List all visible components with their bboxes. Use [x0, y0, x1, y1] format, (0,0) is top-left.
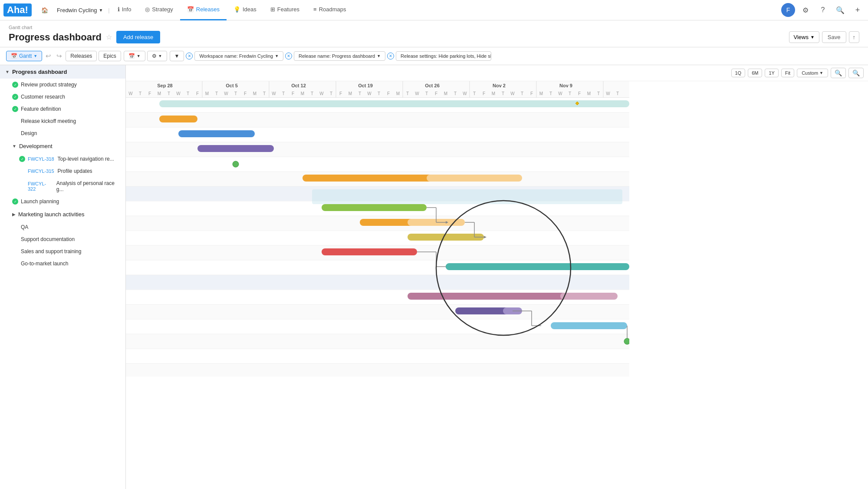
add-release-button[interactable]: Add release: [116, 31, 160, 43]
zoom-custom-button[interactable]: Custom ▼: [797, 69, 828, 77]
svg-text:T: T: [406, 91, 409, 96]
svg-rect-119: [408, 234, 484, 241]
svg-text:T: T: [569, 91, 571, 96]
title-row: Progress dashboard ☆ Add release Views ▼…: [9, 31, 859, 43]
svg-text:Oct 5: Oct 5: [226, 83, 238, 88]
sidebar-item-fwcyl318[interactable]: ✓ FWCYL-318 Top-level navigation re...: [0, 153, 125, 165]
undo-button[interactable]: ↩: [44, 50, 53, 62]
chevron-down-icon: ▼: [158, 54, 162, 58]
workspace-filter-clear[interactable]: ×: [186, 53, 193, 59]
tab-features[interactable]: ⊞ Features: [263, 0, 306, 20]
epics-toggle-button[interactable]: Epics: [99, 51, 121, 61]
svg-rect-107: [159, 100, 629, 107]
sidebar-item-support-documentation[interactable]: Support documentation: [0, 233, 125, 245]
gantt-scroll-area[interactable]: Sep 28 Oct 5 Oct 12 Oct 19 Oct 26 Nov 2 …: [126, 81, 868, 377]
sidebar-item-sales-support-training[interactable]: Sales and support training: [0, 245, 125, 258]
settings-button[interactable]: ⚙ ▼: [147, 51, 167, 61]
views-button[interactable]: Views ▼: [789, 31, 819, 43]
sidebar-development-header[interactable]: ▼ Development: [0, 139, 125, 153]
app-logo[interactable]: Aha!: [3, 3, 32, 17]
svg-text:M: M: [492, 91, 495, 96]
status-dot-empty: [12, 236, 18, 242]
sidebar-item-feature-definition[interactable]: ✓ Feature definition: [0, 103, 125, 115]
tab-strategy[interactable]: ◎ Strategy: [138, 0, 180, 20]
search-nav-btn[interactable]: 🔍: [833, 3, 847, 17]
workspace-selector[interactable]: Fredwin Cycling ▼: [53, 4, 107, 16]
page-title: Progress dashboard: [9, 32, 102, 43]
gantt-view-button[interactable]: 📅 Gantt ▼: [6, 51, 42, 61]
svg-point-144: [624, 338, 629, 344]
sidebar-item-go-to-market[interactable]: Go-to-market launch: [0, 258, 125, 270]
sidebar-item-release-kickoff[interactable]: Release kickoff meeting: [0, 115, 125, 127]
zoom-1y-button[interactable]: 1Y: [765, 69, 778, 77]
zoom-fit-button[interactable]: Fit: [781, 69, 794, 77]
sidebar-section-header[interactable]: ▼ Progress dashboard: [0, 65, 125, 79]
sidebar-item-fwcyl322[interactable]: FWCYL-322 Analysis of personal race g...: [0, 177, 125, 195]
zoom-6m-button[interactable]: 6M: [748, 69, 762, 77]
gantt-chart-area[interactable]: 1Q 6M 1Y Fit Custom ▼ 🔍 🔍 Sep 28 Oct 5: [126, 65, 868, 489]
save-button[interactable]: Save: [822, 31, 846, 43]
filter-button[interactable]: ▼: [170, 51, 184, 61]
svg-text:T: T: [521, 91, 523, 96]
svg-text:W: W: [510, 91, 515, 96]
svg-text:F: F: [435, 91, 437, 96]
svg-text:T: T: [311, 91, 313, 96]
date-picker-button[interactable]: 📅 ▼: [124, 51, 145, 61]
svg-text:W: W: [463, 91, 467, 96]
svg-rect-111: [197, 145, 274, 152]
svg-rect-71: [126, 112, 629, 127]
user-avatar[interactable]: F: [781, 3, 795, 17]
tab-info[interactable]: ℹ Info: [111, 0, 138, 20]
svg-text:T: T: [168, 91, 170, 96]
svg-text:F: F: [530, 91, 533, 96]
main-area: ▼ Progress dashboard ✓ Review product st…: [0, 65, 868, 489]
favorite-icon[interactable]: ☆: [106, 33, 112, 41]
release-filter-clear[interactable]: ×: [285, 53, 292, 59]
settings-filter-chip[interactable]: Release settings: Hide parking lots, Hid…: [396, 51, 491, 61]
home-nav-btn[interactable]: 🏠: [37, 4, 53, 16]
sidebar-item-launch-planning[interactable]: ✓ Launch planning: [0, 195, 125, 208]
help-nav-btn[interactable]: ?: [816, 3, 830, 17]
settings-filter-clear[interactable]: ×: [387, 53, 394, 59]
svg-rect-133: [446, 263, 629, 270]
sidebar-item-fwcyl315[interactable]: FWCYL-315 Profile updates: [0, 165, 125, 177]
workspace-filter-chip[interactable]: Workspace name: Fredwin Cycling ▼: [194, 51, 283, 61]
release-filter-chip[interactable]: Release name: Progress dashboard ▼: [294, 51, 385, 61]
collapse-icon: ▼: [12, 144, 16, 149]
zoom-out-button[interactable]: 🔍: [848, 68, 864, 78]
releases-toggle-button[interactable]: Releases: [66, 51, 97, 61]
sidebar-item-customer-research[interactable]: ✓ Customer research: [0, 91, 125, 103]
sidebar-item-qa[interactable]: QA: [0, 221, 125, 233]
chevron-down-icon: ▼: [137, 54, 141, 58]
settings-nav-btn[interactable]: ⚙: [799, 3, 812, 17]
svg-rect-88: [126, 363, 629, 377]
tab-ideas[interactable]: 💡 Ideas: [227, 0, 263, 20]
export-button[interactable]: ↑: [849, 31, 860, 43]
svg-text:T: T: [549, 91, 552, 96]
svg-text:M: M: [444, 91, 447, 96]
svg-rect-109: [159, 116, 197, 122]
chevron-down-icon: ▼: [819, 71, 823, 75]
sidebar-item-design[interactable]: Design: [0, 127, 125, 139]
svg-text:T: T: [425, 91, 428, 96]
status-dot-green: ✓: [19, 156, 25, 162]
home-icon: 🏠: [41, 7, 48, 13]
svg-text:Nov 2: Nov 2: [493, 83, 506, 88]
calendar-icon: 📅: [11, 53, 17, 59]
sidebar-item-review-product-strategy[interactable]: ✓ Review product strategy: [0, 79, 125, 91]
zoom-1q-button[interactable]: 1Q: [731, 69, 746, 77]
add-nav-btn[interactable]: +: [851, 3, 865, 17]
svg-text:M: M: [539, 91, 543, 96]
sidebar-marketing-header[interactable]: ▶ Marketing launch activities: [0, 208, 125, 221]
tab-roadmaps[interactable]: ≡ Roadmaps: [306, 0, 353, 20]
svg-text:F: F: [148, 91, 151, 96]
tab-releases[interactable]: 📅 Releases: [180, 0, 227, 20]
zoom-in-button[interactable]: 🔍: [831, 68, 846, 78]
status-dot-green: ✓: [12, 106, 18, 112]
redo-button[interactable]: ↪: [55, 50, 64, 62]
svg-rect-74: [126, 157, 629, 172]
calendar-icon: 📅: [128, 53, 135, 59]
svg-rect-141: [551, 322, 627, 329]
svg-rect-82: [126, 275, 629, 290]
svg-text:Nov 9: Nov 9: [559, 83, 572, 88]
